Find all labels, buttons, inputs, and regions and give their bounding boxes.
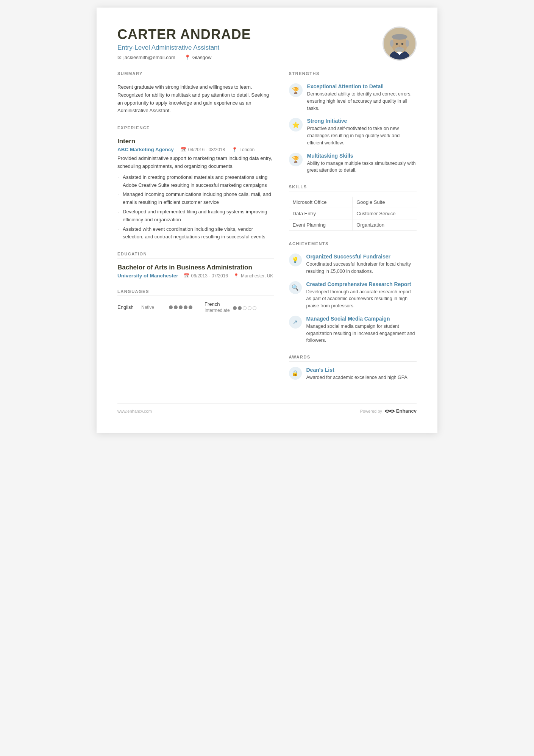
strengths-section-label: STRENGTHS (289, 71, 417, 78)
exp-location-icon-0: 📍 (232, 147, 237, 152)
strength-desc-0: Demonstrated ability to identify and cor… (307, 91, 417, 112)
strength-title-1: Strong Initiative (307, 118, 417, 124)
achievement-title-0: Organized Successful Fundraiser (306, 254, 417, 260)
header-left: CARTER ANDRADE Entry-Level Administrativ… (117, 27, 251, 60)
skill-1: Google Suite (353, 197, 417, 208)
exp-desc-0: Provided administrative support to marke… (117, 155, 274, 171)
languages-section: LANGUAGES English Native (117, 289, 274, 313)
left-column: SUMMARY Recent graduate with strong init… (117, 71, 274, 392)
summary-section: SUMMARY Recent graduate with strong init… (117, 71, 274, 115)
skills-section: SKILLS Microsoft Office Google Suite Dat… (289, 185, 417, 231)
award-title-0: Dean's List (306, 367, 409, 373)
skills-section-label: SKILLS (289, 185, 417, 191)
exp-bullet-0-3: Assisted with event coordination includi… (117, 225, 274, 241)
skill-5: Organization (353, 219, 417, 231)
education-section: EDUCATION Bachelor of Arts in Business A… (117, 252, 274, 279)
achievement-content-0: Organized Successful Fundraiser Coordina… (306, 254, 417, 275)
achievement-content-1: Created Comprehensive Research Report De… (306, 281, 417, 310)
achievements-section: ACHIEVEMENTS 💡 Organized Successful Fund… (289, 241, 417, 344)
exp-location-0: 📍 London (232, 147, 255, 152)
exp-bullet-0-1: Managed incoming communications includin… (117, 191, 274, 207)
lang-name-0: English (117, 304, 138, 310)
footer: www.enhancv.com Powered by Enhancv (117, 403, 417, 414)
svg-point-7 (396, 43, 398, 45)
lang-level-1: Intermediate (205, 308, 230, 313)
enhancv-logo-svg (384, 408, 395, 414)
candidate-title: Entry-Level Administrative Assistant (117, 44, 251, 52)
dot-1-1 (233, 306, 237, 310)
languages-section-label: LANGUAGES (117, 289, 274, 296)
dot-0-2 (174, 305, 178, 309)
award-content-0: Dean's List Awarded for academic excelle… (306, 367, 409, 381)
location-contact: 📍 Glasgow (184, 55, 212, 60)
avatar (383, 27, 417, 61)
edu-school-row-0: University of Manchester 📅 06/2013 - 07/… (117, 273, 274, 279)
email-icon: ✉ (117, 55, 122, 60)
strength-item-1: ⭐ Strong Initiative Proactive and self-m… (289, 118, 417, 146)
exp-company-0: ABC Marketing Agency (117, 147, 174, 152)
award-icon-0: 🔒 (289, 367, 302, 380)
strength-content-2: Multitasking Skills Ability to manage mu… (307, 153, 417, 174)
dot-0-5 (189, 305, 192, 309)
achievement-title-1: Created Comprehensive Research Report (306, 281, 417, 287)
edu-date-0: 📅 06/2013 - 07/2016 (184, 273, 228, 279)
exp-bullets-0: Assisted in creating promotional materia… (117, 174, 274, 241)
education-section-label: EDUCATION (117, 252, 274, 258)
awards-section: AWARDS 🔒 Dean's List Awarded for academi… (289, 355, 417, 381)
achievement-desc-0: Coordinated successful fundraiser for lo… (306, 261, 417, 275)
svg-point-8 (401, 43, 404, 45)
powered-by-label: Powered by (360, 409, 382, 413)
strength-desc-1: Proactive and self-motivated to take on … (307, 125, 417, 146)
exp-job-title-0: Intern (117, 138, 274, 145)
strength-icon-0: 🏆 (289, 83, 303, 97)
achievement-item-1: 🔍 Created Comprehensive Research Report … (289, 281, 417, 310)
location-icon: 📍 (184, 55, 190, 60)
lang-dots-0 (169, 305, 192, 309)
languages-row: English Native French (117, 301, 274, 313)
strength-icon-1: ⭐ (289, 118, 303, 131)
achievement-icon-1: 🔍 (289, 281, 302, 294)
strength-item-2: 🏆 Multitasking Skills Ability to manage … (289, 153, 417, 174)
exp-company-row-0: ABC Marketing Agency 📅 04/2016 - 08/2018… (117, 147, 274, 152)
footer-url: www.enhancv.com (117, 409, 152, 413)
email-value: jackiesmith@email.com (123, 55, 175, 60)
edu-location-icon-0: 📍 (233, 273, 239, 279)
strength-content-1: Strong Initiative Proactive and self-mot… (307, 118, 417, 146)
dot-0-3 (179, 305, 183, 309)
achievement-icon-0: 💡 (289, 254, 302, 266)
svg-point-6 (406, 40, 409, 47)
strengths-section: STRENGTHS 🏆 Exceptional Attention to Det… (289, 71, 417, 174)
award-desc-0: Awarded for academic excellence and high… (306, 374, 409, 381)
strength-desc-2: Ability to manage multiple tasks simulta… (307, 160, 417, 174)
skills-grid: Microsoft Office Google Suite Data Entry… (289, 197, 417, 231)
strength-title-2: Multitasking Skills (307, 153, 417, 159)
skill-4: Event Planning (289, 219, 353, 231)
email-contact: ✉ jackiesmith@email.com (117, 55, 175, 60)
edu-location-0: 📍 Manchester, UK (233, 273, 273, 279)
edu-calendar-icon-0: 📅 (184, 273, 189, 279)
exp-bullet-0-2: Developed and implemented filing and tra… (117, 208, 274, 224)
location-value: Glasgow (192, 55, 212, 60)
resume-page: CARTER ANDRADE Entry-Level Administrativ… (97, 8, 437, 433)
summary-text: Recent graduate with strong initiative a… (117, 83, 274, 115)
achievement-desc-1: Developed thorough and accurate research… (306, 288, 417, 310)
dot-0-1 (169, 305, 173, 309)
achievement-content-2: Managed Social Media Campaign Managed so… (306, 316, 417, 344)
exp-bullet-0-0: Assisted in creating promotional materia… (117, 174, 274, 189)
dot-1-3 (243, 306, 247, 310)
dot-1-4 (248, 306, 251, 310)
skill-3: Customer Service (353, 208, 417, 219)
experience-section: EXPERIENCE Intern ABC Marketing Agency 📅… (117, 125, 274, 241)
enhancv-brand-name: Enhancv (396, 408, 417, 414)
achievements-section-label: ACHIEVEMENTS (289, 241, 417, 248)
lang-dots-1 (233, 306, 256, 310)
award-item-0: 🔒 Dean's List Awarded for academic excel… (289, 367, 417, 381)
main-content: SUMMARY Recent graduate with strong init… (117, 71, 417, 392)
strength-item-0: 🏆 Exceptional Attention to Detail Demons… (289, 83, 417, 112)
achievement-desc-2: Managed social media campaign for studen… (306, 323, 417, 344)
experience-section-label: EXPERIENCE (117, 125, 274, 132)
skill-2: Data Entry (289, 208, 353, 219)
svg-point-5 (390, 40, 393, 47)
exp-date-0: 📅 04/2016 - 08/2018 (181, 147, 225, 152)
achievement-item-2: ↗ Managed Social Media Campaign Managed … (289, 316, 417, 344)
